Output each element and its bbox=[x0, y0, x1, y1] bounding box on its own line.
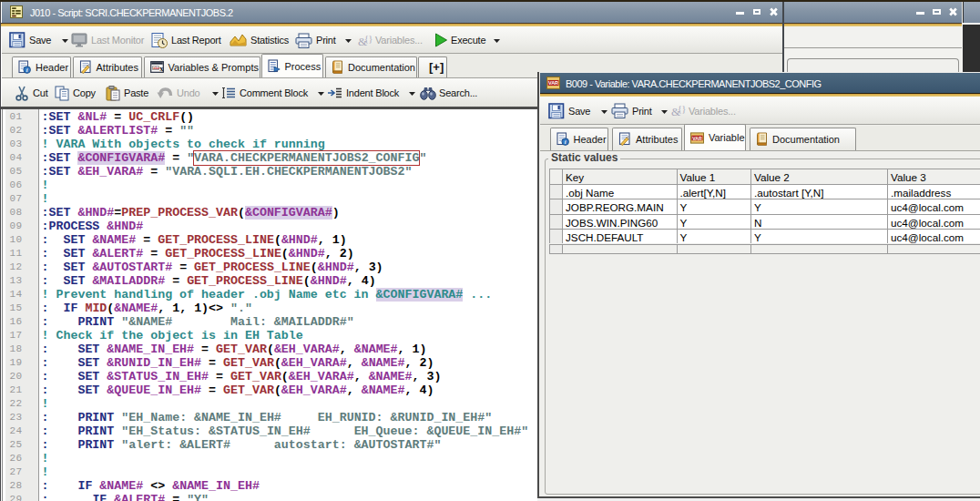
svg-text:VAR: VAR bbox=[692, 135, 702, 140]
svg-text:i: i bbox=[26, 66, 28, 73]
svg-text:{}: {} bbox=[678, 104, 686, 114]
svg-text:{}: {} bbox=[364, 34, 373, 44]
svg-text:i: i bbox=[564, 138, 566, 145]
svg-text:VAR: VAR bbox=[548, 80, 558, 86]
svg-text:x: x bbox=[159, 65, 164, 74]
